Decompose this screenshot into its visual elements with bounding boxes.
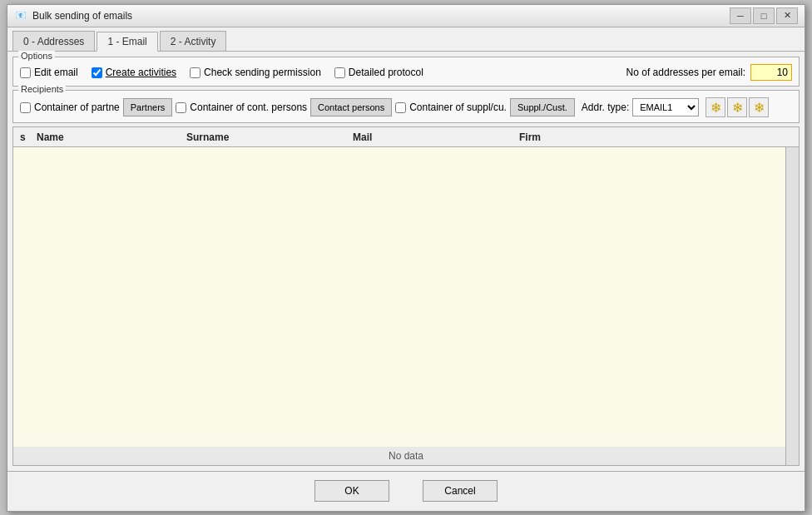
- col-header-s: s: [17, 131, 33, 143]
- title-bar-buttons: ─ □ ✕: [730, 7, 798, 24]
- tab-email[interactable]: 1 - Email: [97, 32, 157, 52]
- snowflake-icon-1: ❄: [710, 100, 721, 116]
- title-bar-left: 📧 Bulk sending of emails: [14, 9, 132, 22]
- container-partners-label: Container of partne: [34, 102, 120, 113]
- snowflake-icon-3: ❄: [754, 100, 765, 116]
- col-header-mail: Mail: [349, 131, 516, 143]
- container-suppl-checkbox-item[interactable]: Container of suppl/cu.: [395, 102, 507, 113]
- tab-bar: 0 - Addresses 1 - Email 2 - Activity: [7, 27, 805, 52]
- addresses-per-email-label: No of addresses per email:: [626, 67, 745, 78]
- col-header-surname: Surname: [183, 131, 349, 143]
- no-data-message: No data: [13, 447, 799, 465]
- container-partners-checkbox[interactable]: [20, 102, 31, 113]
- nav-icons: ❄ ❄ ❄: [706, 97, 769, 117]
- nav-icon-1[interactable]: ❄: [706, 97, 725, 117]
- edit-email-checkbox-item[interactable]: Edit email: [20, 67, 78, 78]
- options-section: Options Edit email Create activities Che…: [12, 57, 800, 87]
- table-body: No data: [13, 147, 799, 465]
- minimize-button[interactable]: ─: [730, 7, 751, 24]
- nav-icon-2[interactable]: ❄: [727, 97, 747, 117]
- options-label: Options: [18, 51, 55, 61]
- scrollbar[interactable]: [785, 147, 799, 465]
- addr-type-select[interactable]: EMAIL1 EMAIL2 EMAIL3: [632, 98, 699, 116]
- maximize-button[interactable]: □: [753, 7, 775, 24]
- main-content: Options Edit email Create activities Che…: [7, 52, 805, 471]
- container-cont-persons-checkbox[interactable]: [176, 102, 186, 113]
- tab-addresses[interactable]: 0 - Addresses: [12, 31, 95, 51]
- recipients-section: Recipients Container of partne Partners …: [12, 90, 800, 123]
- footer: OK Cancel: [7, 471, 805, 510]
- window-title: Bulk sending of emails: [32, 10, 132, 22]
- contact-persons-button[interactable]: Contact persons: [310, 98, 392, 116]
- nav-icon-3[interactable]: ❄: [749, 97, 769, 117]
- check-sending-checkbox-item[interactable]: Check sending permission: [190, 67, 321, 78]
- snowflake-icon-2: ❄: [732, 100, 743, 116]
- close-button[interactable]: ✕: [776, 7, 798, 24]
- partners-button[interactable]: Partners: [123, 98, 173, 116]
- main-window: 📧 Bulk sending of emails ─ □ ✕ 0 - Addre…: [7, 4, 805, 512]
- addresses-per-email-input[interactable]: [750, 64, 792, 81]
- create-activities-checkbox[interactable]: [92, 67, 102, 78]
- recipients-label: Recipients: [18, 84, 66, 94]
- create-activities-label: Create activities: [106, 67, 176, 78]
- check-sending-checkbox[interactable]: [190, 67, 201, 78]
- edit-email-checkbox[interactable]: [20, 67, 31, 78]
- cancel-button[interactable]: Cancel: [423, 480, 498, 502]
- options-row: Edit email Create activities Check sendi…: [20, 61, 792, 81]
- recipients-row: Container of partne Partners Container o…: [20, 94, 792, 117]
- container-cont-persons-label: Container of cont. persons: [190, 102, 307, 113]
- container-suppl-label: Container of suppl/cu.: [409, 102, 507, 113]
- title-bar: 📧 Bulk sending of emails ─ □ ✕: [7, 5, 805, 28]
- edit-email-label: Edit email: [34, 67, 78, 78]
- data-table: s Name Surname Mail Firm No data: [12, 126, 800, 466]
- col-header-name: Name: [33, 131, 183, 143]
- check-sending-label: Check sending permission: [204, 67, 321, 78]
- addr-type-label: Addr. type:: [582, 102, 629, 113]
- container-cont-persons-checkbox-item[interactable]: Container of cont. persons: [176, 102, 307, 113]
- container-suppl-checkbox[interactable]: [395, 102, 406, 113]
- empty-space: [13, 147, 799, 297]
- window-icon: 📧: [14, 9, 27, 22]
- tab-activity[interactable]: 2 - Activity: [160, 31, 227, 51]
- container-partners-checkbox-item[interactable]: Container of partne: [20, 102, 120, 113]
- create-activities-checkbox-item[interactable]: Create activities: [92, 67, 176, 78]
- detailed-protocol-checkbox-item[interactable]: Detailed protocol: [334, 67, 423, 78]
- addresses-per-email: No of addresses per email:: [626, 64, 792, 81]
- detailed-protocol-checkbox[interactable]: [334, 67, 345, 78]
- col-header-firm: Firm: [516, 131, 782, 143]
- suppl-cust-button[interactable]: Suppl./Cust.: [510, 98, 575, 116]
- detailed-protocol-label: Detailed protocol: [349, 67, 423, 78]
- table-header: s Name Surname Mail Firm: [13, 127, 799, 147]
- ok-button[interactable]: OK: [314, 480, 389, 502]
